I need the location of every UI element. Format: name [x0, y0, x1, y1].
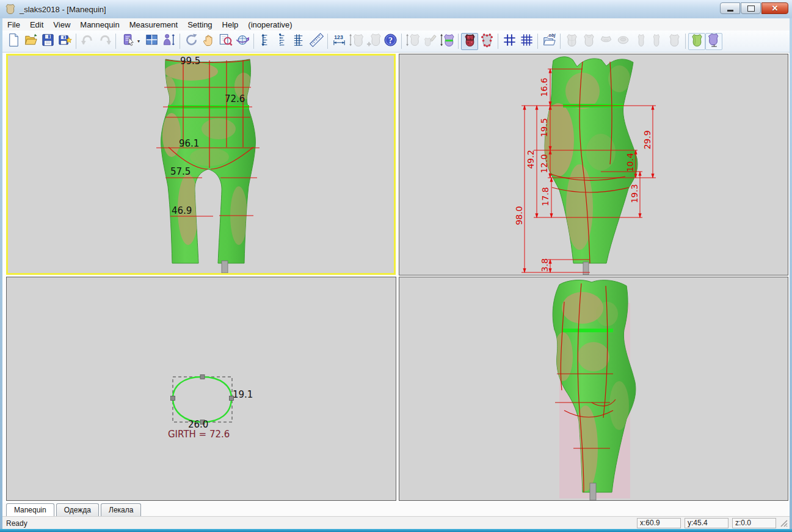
toolbar-separator	[560, 34, 561, 49]
menu-item-file[interactable]: File	[2, 19, 25, 31]
diagonal-ruler-icon	[309, 32, 324, 50]
mannequin-color-map-button[interactable]	[461, 33, 478, 50]
perspective-mannequin-render	[399, 277, 788, 500]
measurement-label: 19.3	[630, 184, 639, 203]
measure-levels-double-button[interactable]	[291, 33, 308, 50]
menu-item-setting[interactable]: Setting	[183, 19, 217, 31]
redo-arrow-icon	[97, 32, 112, 50]
app-window: _slaks2018 - [Manequin] ✕ File Edit View…	[0, 0, 792, 532]
select-mode-button[interactable]: ▾	[118, 33, 143, 50]
svg-text:.obj: .obj	[547, 32, 556, 38]
minimize-icon	[727, 10, 733, 12]
redo-button	[96, 33, 113, 50]
measurement-label: 72.6	[225, 95, 245, 104]
measurement-label: GIRTH = 72.6	[168, 430, 230, 439]
tab-lekala[interactable]: Лекала	[101, 503, 141, 516]
toolbar-separator	[327, 34, 328, 49]
dimension-123-icon: 123	[332, 32, 347, 50]
grid-fine-button[interactable]	[518, 33, 535, 50]
app-icon	[5, 4, 16, 15]
view-bust-button	[597, 33, 614, 50]
measure-levels-button[interactable]	[256, 33, 274, 50]
rotate-view-button[interactable]	[183, 33, 200, 50]
save-file-button[interactable]	[39, 33, 56, 50]
dimension-123-button[interactable]: 123	[330, 33, 347, 50]
viewport-cross-section[interactable]: 19.126.0GIRTH = 72.6	[6, 277, 396, 501]
open-file-button[interactable]	[22, 33, 39, 50]
pan-view-button[interactable]	[200, 33, 217, 50]
menu-item-view[interactable]: View	[48, 19, 75, 31]
measurement-label: 49.2	[526, 150, 535, 169]
menu-item-mannequin[interactable]: Mannequin	[75, 19, 124, 31]
vertical-ruler-icon	[258, 32, 273, 50]
toolbar-separator	[253, 34, 254, 49]
close-button[interactable]: ✕	[761, 2, 788, 14]
menu-item-inoperative[interactable]: (inoperative)	[243, 19, 297, 31]
mannequin-points-button[interactable]	[478, 33, 495, 50]
torso-side-right-icon	[650, 32, 665, 50]
rotate-3d-button[interactable]	[234, 33, 251, 50]
girth-curve[interactable]	[173, 377, 231, 422]
zoom-window-button[interactable]	[217, 33, 234, 50]
tape-measure-button[interactable]	[308, 33, 325, 50]
show-dressform-button[interactable]	[705, 33, 722, 50]
mannequin-height-measure-button[interactable]	[160, 33, 177, 50]
tab-odezhda[interactable]: Одежда	[56, 503, 99, 516]
toolbar-separator	[498, 34, 498, 49]
viewport-layout-button[interactable]	[143, 33, 160, 50]
measure-levels-dashed-button[interactable]	[274, 33, 291, 50]
mannequin-edit-button	[421, 33, 438, 50]
dropdown-caret-icon[interactable]: ▾	[137, 38, 140, 44]
menu-bar: File Edit View Mannequin Measurement Set…	[2, 18, 790, 31]
menu-item-edit[interactable]: Edit	[25, 19, 48, 31]
floppy-star-icon	[57, 32, 73, 50]
bust-icon	[598, 32, 614, 50]
tab-bar: Manequin Одежда Лекала	[2, 503, 790, 516]
title-bar[interactable]: _slaks2018 - [Manequin] ✕	[0, 0, 792, 19]
front-mannequin-render	[8, 56, 394, 273]
export-obj-button[interactable]: .obj	[540, 33, 558, 50]
mannequin-red-icon	[462, 32, 478, 50]
minimize-button[interactable]	[720, 2, 740, 14]
grid-coarse-button[interactable]	[501, 33, 518, 50]
view-front-button	[563, 33, 580, 50]
cross-section-render	[7, 277, 396, 500]
save-as-button[interactable]	[56, 33, 73, 50]
mannequin-plus-icon	[366, 32, 381, 50]
viewport-front[interactable]: 99.572.696.157.546.9	[6, 54, 396, 275]
selection-handles[interactable]	[171, 375, 234, 425]
window-frame-right	[790, 18, 792, 532]
measurement-label: 12.0	[540, 154, 548, 173]
layout-grid-icon	[144, 32, 159, 50]
torso-front-icon	[564, 32, 579, 50]
globe-rotate-icon	[235, 32, 250, 50]
viewport-perspective[interactable]	[399, 277, 788, 501]
open-folder-icon	[23, 32, 38, 50]
toolbar-separator	[401, 34, 402, 49]
show-mannequin-button[interactable]	[688, 33, 705, 50]
dressform-purple-icon	[707, 32, 722, 50]
help-question-icon: ?	[383, 32, 398, 50]
new-file-button[interactable]	[5, 33, 22, 50]
status-message: Ready	[2, 519, 637, 528]
help-button[interactable]: ?	[382, 33, 399, 50]
measurement-label: 3.8	[540, 258, 549, 272]
mannequin-girth-icon	[440, 32, 455, 50]
viewport-side[interactable]: 16.619.512.017.849.298.03.829.910.419.3	[399, 54, 788, 275]
torso-back-icon	[581, 32, 597, 50]
measurement-label: 99.5	[180, 57, 200, 66]
tab-manequin[interactable]: Manequin	[6, 503, 54, 517]
resize-grip[interactable]	[780, 519, 788, 528]
menu-item-help[interactable]: Help	[217, 19, 244, 31]
menu-item-measurement[interactable]: Measurement	[125, 19, 183, 31]
mannequin-height-button	[404, 33, 421, 50]
measurement-label: 57.5	[170, 167, 191, 177]
measurement-label: 10.4	[626, 153, 634, 172]
obj-folder-icon: .obj	[542, 32, 557, 50]
maximize-button[interactable]	[741, 2, 761, 14]
mannequin-girth-button[interactable]	[438, 33, 456, 50]
toolbar-separator	[115, 34, 116, 49]
measurement-label: 29.9	[643, 130, 652, 149]
rotate-arrow-icon	[184, 32, 199, 50]
measurement-label: 19.1	[233, 390, 253, 399]
